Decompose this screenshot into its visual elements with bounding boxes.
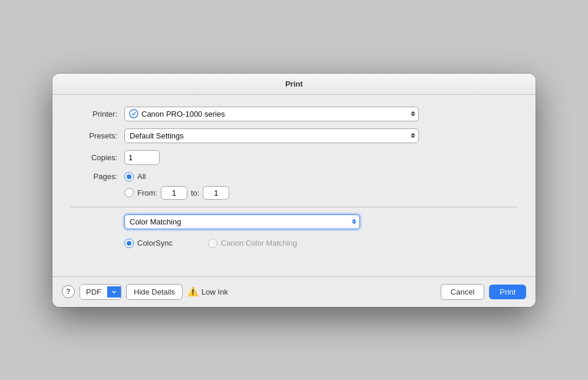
middle-divider [70,207,518,207]
pages-label: Pages: [70,172,117,181]
pages-range-radio[interactable] [124,188,134,197]
pdf-dropdown-icon [111,289,117,295]
from-label: From: [137,189,157,197]
copies-input[interactable] [124,150,160,165]
pages-to-input[interactable] [203,186,229,200]
printer-select-wrapper: Canon PRO-1000 series [124,107,419,121]
presets-select-wrapper: Default Settings [124,128,419,143]
low-ink-area: ⚠️ Low Ink [187,286,228,297]
pages-range-row: From: to: [124,186,229,200]
copies-label: Copies: [70,153,117,162]
pages-options: All From: to: [124,172,229,200]
bottom-bar: ? PDF Hide Details ⚠️ Low Ink Cancel Pri… [52,277,536,307]
pdf-button-group: PDF [80,284,121,300]
colorsync-radio[interactable] [124,239,134,248]
color-options-row: ColorSync Canon Color Matching [124,239,518,248]
canon-color-row: Canon Color Matching [208,239,297,248]
dialog-content: Printer: Canon PRO-1000 series [52,95,536,267]
canon-color-radio[interactable] [208,239,217,248]
pdf-label-button[interactable]: PDF [80,285,107,299]
presets-label: Presets: [70,131,117,140]
pages-all-label: All [137,172,146,181]
to-label: to: [191,189,199,197]
printer-row: Printer: Canon PRO-1000 series [70,107,518,121]
printer-label: Printer: [70,110,117,118]
print-dialog: Print Printer: Canon PRO-1000 series [52,74,536,307]
canon-color-label: Canon Color Matching [221,239,297,247]
color-matching-select-wrapper: Color Matching [124,214,360,229]
printer-select[interactable]: Canon PRO-1000 series [124,107,419,121]
pages-from-input[interactable] [161,186,187,200]
color-matching-section: Color Matching ColorSync Canon Col [70,214,518,248]
help-button[interactable]: ? [62,285,75,298]
presets-select[interactable]: Default Settings [124,128,419,143]
colorsync-row: ColorSync [124,239,173,248]
pdf-arrow-button[interactable] [107,286,121,298]
low-ink-label: Low Ink [201,288,228,296]
copies-row: Copies: [70,150,518,165]
presets-row: Presets: Default Settings [70,128,518,143]
hide-details-button[interactable]: Hide Details [126,284,183,300]
pages-all-row: All [124,172,229,181]
colorsync-label: ColorSync [137,239,173,247]
cancel-button[interactable]: Cancel [441,284,484,300]
color-matching-select[interactable]: Color Matching [124,214,360,229]
dialog-title: Print [285,80,303,88]
title-bar: Print [52,74,536,95]
warning-icon: ⚠️ [187,286,199,297]
print-button[interactable]: Print [489,285,526,299]
pages-all-radio[interactable] [124,172,134,181]
pages-row: Pages: All From: to: [70,172,518,200]
